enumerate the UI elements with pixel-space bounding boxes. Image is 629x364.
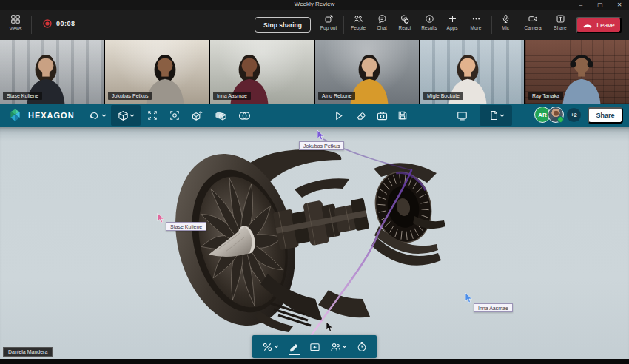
focus-target-button[interactable] [166, 108, 184, 123]
chat-label: Chat [377, 25, 387, 30]
brand-name: HEXAGON [28, 111, 75, 120]
engine-model-canvas[interactable] [0, 127, 629, 359]
popout-button[interactable]: Pop out [317, 14, 340, 30]
chevron-down-icon [130, 114, 135, 118]
participant-name: Aino Rebone [318, 92, 355, 100]
chevron-down-icon [274, 345, 279, 348]
recording-timer: 00:08 [56, 20, 75, 27]
people-label: People [351, 25, 366, 30]
divider [31, 16, 32, 34]
timer-icon [357, 341, 367, 352]
recording-indicator: 00:08 [43, 19, 75, 28]
play-button[interactable] [330, 108, 348, 123]
save-icon [397, 110, 408, 121]
cursor-stase [157, 213, 166, 224]
presenter-name-label: Daniela Mandera [3, 347, 53, 357]
snapshot-button[interactable] [373, 108, 391, 123]
timer-tool-button[interactable] [357, 341, 367, 352]
apps-plus-icon [448, 14, 457, 24]
window-bottom-strip [0, 359, 629, 364]
mic-label: Mic [502, 25, 509, 30]
leave-button[interactable]: Leave [576, 17, 622, 33]
minimize-button[interactable]: – [571, 0, 591, 10]
orbit-icon [89, 110, 101, 121]
mic-button[interactable]: Mic [496, 14, 515, 30]
more-label: More [471, 25, 482, 30]
eraser-button[interactable] [352, 108, 370, 123]
camera-label: Camera [524, 25, 541, 30]
pen-tool-button[interactable] [289, 342, 300, 352]
share-tray-button[interactable]: Share [549, 14, 571, 30]
document-icon [489, 110, 499, 121]
chat-button[interactable]: Chat [371, 14, 392, 30]
leave-label: Leave [596, 21, 615, 29]
export-model-icon [192, 110, 203, 121]
participant-name: Inna Aasmae [213, 92, 251, 100]
participants-icon [330, 342, 341, 352]
apps-label: Apps [447, 25, 458, 30]
comments-button[interactable] [453, 108, 471, 123]
video-tile[interactable]: Inna Aasmae [210, 40, 314, 104]
annotation-toolbar [252, 335, 377, 358]
results-button[interactable]: Results [417, 14, 441, 30]
record-dot-icon [43, 19, 52, 28]
meeting-toolbar: Views 00:08 Stop sharing Pop out [0, 10, 629, 40]
hangup-icon [582, 22, 593, 29]
maximize-button[interactable]: ▢ [591, 0, 610, 10]
measure-tool-button[interactable] [262, 342, 279, 352]
participant-name: Jokubas Petkus [108, 92, 152, 100]
turbofan-engine-model[interactable] [158, 141, 445, 339]
model-group-icon [215, 110, 226, 121]
share-screen-icon [556, 14, 565, 24]
hexagon-logo-icon [7, 107, 23, 123]
camera-icon [528, 14, 538, 24]
pen-icon [289, 342, 300, 352]
people-button[interactable]: People [346, 14, 370, 30]
divider [343, 16, 344, 34]
eraser-icon [356, 110, 367, 121]
popout-label: Pop out [320, 25, 337, 30]
views-button[interactable]: Views [4, 14, 27, 31]
teams-meeting-window: Weekly Review – ▢ ✕ Views 00:08 Stop sha… [0, 0, 629, 364]
chat-icon [377, 14, 387, 24]
capture-view-button[interactable] [309, 342, 320, 352]
window-title: Weekly Review [0, 1, 629, 7]
hexagon-share-button[interactable]: Share [588, 107, 623, 124]
video-tile[interactable]: Jokubas Petkus [105, 40, 209, 104]
collaborator-avatars[interactable]: AR +2 [534, 107, 581, 123]
model-tool-button[interactable] [112, 108, 139, 123]
video-tile[interactable]: Migle Bockute [420, 40, 524, 104]
participants-tool-button[interactable] [330, 342, 347, 352]
camera-button[interactable]: Camera [519, 14, 546, 30]
popout-icon [324, 14, 334, 24]
participant-name: Ray Tanaka [528, 92, 563, 100]
model-group-button[interactable] [212, 108, 229, 123]
react-button[interactable]: React [394, 14, 416, 30]
more-button[interactable]: More [465, 14, 487, 30]
cursor-label-jokubas: Jokubas Petkus [299, 141, 344, 150]
apps-button[interactable]: Apps [443, 14, 462, 30]
close-button[interactable]: ✕ [610, 0, 629, 10]
participant-name: Stase Kuliene [3, 92, 42, 100]
chevron-down-icon [500, 114, 505, 118]
video-tile[interactable]: Aino Rebone [315, 40, 419, 104]
save-button[interactable] [394, 108, 411, 123]
video-tile-strip: Stase Kuliene Jokubas Petkus [0, 40, 629, 104]
3d-viewport[interactable]: Jokubas Petkus Stase Kuliene Inna Aasmae… [0, 127, 629, 359]
chevron-down-icon [101, 114, 107, 118]
stop-sharing-button[interactable]: Stop sharing [255, 17, 311, 33]
presence-dot [557, 116, 564, 123]
export-model-button[interactable] [188, 108, 206, 123]
react-icon [400, 14, 410, 24]
video-tile[interactable]: Ray Tanaka [525, 40, 629, 104]
video-tile[interactable]: Stase Kuliene [0, 40, 104, 104]
focus-target-icon [169, 110, 180, 121]
people-icon [353, 14, 363, 24]
fit-view-button[interactable] [144, 108, 161, 123]
measure-icon [262, 342, 273, 352]
document-button[interactable] [482, 108, 511, 123]
combine-button[interactable] [234, 108, 255, 123]
cursor-inna [465, 293, 474, 304]
orbit-tool-button[interactable] [86, 108, 110, 123]
window-titlebar: Weekly Review – ▢ ✕ [0, 0, 629, 10]
